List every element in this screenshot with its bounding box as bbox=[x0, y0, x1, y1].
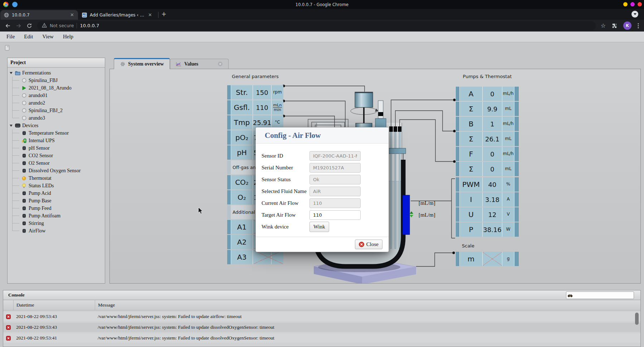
spinner-down-icon[interactable] bbox=[410, 215, 413, 217]
tab-close-icon[interactable]: ✕ bbox=[147, 12, 153, 18]
expander-icon[interactable] bbox=[10, 72, 13, 74]
parameter-row[interactable]: A3 A3 bbox=[227, 250, 283, 264]
expander-icon[interactable] bbox=[10, 125, 13, 127]
log-datetime: 2021-08-22 09:53:41 bbox=[13, 335, 95, 341]
tree-item[interactable]: O2 Sensor bbox=[8, 159, 105, 167]
tree-item[interactable]: Fermentations bbox=[8, 69, 105, 77]
tree-item[interactable]: Pump Antifoam bbox=[8, 212, 105, 220]
tree-item[interactable]: Spirulina_FBJ_2 bbox=[8, 107, 105, 114]
field-input[interactable] bbox=[309, 210, 361, 220]
window-close-button[interactable] bbox=[638, 2, 642, 6]
console-search[interactable] bbox=[566, 291, 634, 299]
gallery-icon bbox=[82, 12, 87, 18]
parameter-row[interactable]: Σ 0 mL Σ bbox=[456, 162, 519, 176]
forward-button[interactable] bbox=[16, 23, 21, 28]
tree-item-label: Spirulina_FBJ_2 bbox=[29, 108, 63, 114]
parameter-row[interactable]: A 0 mL/h A bbox=[456, 87, 519, 101]
browser-tab[interactable]: 10.0.0.7 ✕ bbox=[0, 10, 78, 20]
console-column-datetime[interactable]: Datetime bbox=[13, 300, 95, 310]
main-tab[interactable]: Values ✕ bbox=[170, 59, 229, 69]
screen: 10.0.0.7 - Google Chrome 10.0.0.7 ✕ Add … bbox=[0, 0, 644, 347]
tree-item-label: Spirulina_FBJ bbox=[29, 78, 58, 83]
field-input[interactable] bbox=[309, 187, 361, 196]
profile-avatar[interactable]: K bbox=[623, 21, 631, 30]
row-accent bbox=[456, 222, 459, 237]
parameter-row[interactable]: B 1 mL/h B bbox=[456, 117, 519, 131]
tree-item[interactable]: Pump Base bbox=[8, 197, 105, 204]
console-row[interactable]: 2021-08-22 09:53:43 /var/www/html/jfermi… bbox=[3, 323, 640, 332]
parameter-value: 0 bbox=[483, 87, 502, 101]
chip-icon bbox=[21, 145, 27, 151]
window-maximize-button[interactable] bbox=[630, 2, 635, 6]
tab-search-button[interactable] bbox=[631, 11, 638, 18]
console-search-input[interactable] bbox=[574, 292, 628, 298]
field-unit: [mL/m] bbox=[419, 200, 435, 206]
tree-item[interactable]: Thermostat bbox=[8, 174, 105, 182]
parameter-row[interactable]: I 3.18 A I bbox=[456, 192, 519, 207]
parameter-row[interactable]: P 38.16 W P bbox=[456, 222, 519, 237]
parameter-value bbox=[483, 252, 502, 266]
tree-item[interactable]: Dissolved Oxygen Sensor bbox=[8, 167, 105, 174]
parameter-row[interactable]: Str. 150 rpm Str. bbox=[227, 85, 283, 100]
reload-button[interactable] bbox=[26, 23, 32, 29]
main-tab[interactable]: System overview bbox=[114, 58, 170, 69]
tree-item[interactable]: arundo2 bbox=[8, 99, 105, 107]
parameter-row[interactable]: Gsfl. 110 mLnmin Gsfl. bbox=[227, 100, 283, 115]
console-scrollbar[interactable] bbox=[635, 313, 639, 325]
tree-item[interactable]: Temperature Sensor bbox=[8, 129, 105, 137]
console-row[interactable]: 2021-08-22 09:53:43 /var/www/html/jfermi… bbox=[3, 312, 640, 321]
console-column-message[interactable]: Message bbox=[95, 300, 640, 310]
menu-item[interactable]: File bbox=[2, 34, 19, 40]
parameter-value: 3.18 bbox=[483, 192, 502, 207]
menu-item[interactable]: Help bbox=[58, 34, 78, 40]
tree-item[interactable]: Spirulina_FBJ bbox=[8, 77, 105, 84]
back-button[interactable] bbox=[5, 23, 11, 28]
tab-close-icon[interactable]: ✕ bbox=[218, 62, 223, 66]
tree-item[interactable]: AirFlow bbox=[8, 227, 105, 235]
new-tab-button[interactable]: + bbox=[160, 10, 169, 20]
parameter-unit: mLnmin bbox=[272, 100, 283, 115]
tree-item[interactable]: Pump Acid bbox=[8, 189, 105, 197]
tree-item[interactable]: Devices bbox=[8, 122, 105, 129]
field-input[interactable] bbox=[309, 175, 361, 184]
parameter-row[interactable]: F 0 mL/h F bbox=[456, 147, 519, 161]
extensions-puzzle-icon[interactable] bbox=[612, 23, 617, 28]
console-row[interactable]: 2021-08-22 09:53:41 /var/www/html/jfermi… bbox=[3, 333, 640, 343]
field-label: Selected Fluid Name bbox=[262, 188, 309, 194]
field-input[interactable] bbox=[309, 198, 361, 208]
tree-item[interactable]: Stirring bbox=[8, 220, 105, 227]
tree-item[interactable]: Pump Feed bbox=[8, 204, 105, 212]
row-accent bbox=[227, 250, 231, 264]
tree-item[interactable]: 2021_08_18_Arundo bbox=[8, 84, 105, 92]
tree-item[interactable]: pH Sensor bbox=[8, 144, 105, 152]
field-input[interactable] bbox=[309, 163, 361, 173]
menu-item[interactable]: Edit bbox=[19, 34, 38, 40]
tab-close-icon[interactable]: ✕ bbox=[69, 12, 75, 18]
parameter-row[interactable]: PWM 40 % PWM bbox=[456, 177, 519, 192]
tree-item[interactable]: arundo01 bbox=[8, 92, 105, 99]
parameter-row[interactable]: Σ 9.9 mL Σ bbox=[456, 102, 519, 116]
menu-item[interactable]: View bbox=[38, 34, 58, 40]
browser-tab[interactable]: Add Galleries/Images ‹ jfermi ✕ bbox=[78, 10, 156, 20]
tree-item[interactable]: CO2 Sensor bbox=[8, 152, 105, 159]
parameter-row[interactable]: U 12 V U bbox=[456, 207, 519, 222]
tree-item[interactable]: Internal UPS bbox=[8, 137, 105, 144]
dialog-header[interactable]: Config - Air Flow bbox=[256, 127, 389, 144]
tree-item[interactable]: arundo3 bbox=[8, 114, 105, 122]
warning-icon bbox=[42, 23, 47, 29]
window-minimize-button[interactable] bbox=[623, 2, 628, 6]
tree-item-label: Thermostat bbox=[29, 175, 52, 181]
spinner-up-icon[interactable] bbox=[410, 211, 413, 214]
close-button[interactable]: Close bbox=[355, 240, 382, 249]
parameter-row[interactable]: m g m bbox=[456, 252, 519, 266]
bookmark-star-icon[interactable]: ☆ bbox=[601, 22, 606, 29]
parameter-row[interactable]: Σ 26.1 mL Σ bbox=[456, 132, 519, 146]
console-log: 2021-08-22 09:53:43 /var/www/html/jfermi… bbox=[3, 310, 640, 343]
parameter-label: Str. bbox=[231, 85, 253, 100]
browser-menu-icon[interactable] bbox=[638, 23, 639, 29]
tree-item[interactable]: Status LEDs bbox=[8, 182, 105, 189]
address-bar[interactable]: Not secure 10.0.0.7 bbox=[37, 21, 596, 30]
row-accent bbox=[456, 147, 459, 161]
field-input[interactable] bbox=[309, 151, 361, 161]
wink-button[interactable]: Wink bbox=[309, 222, 329, 232]
